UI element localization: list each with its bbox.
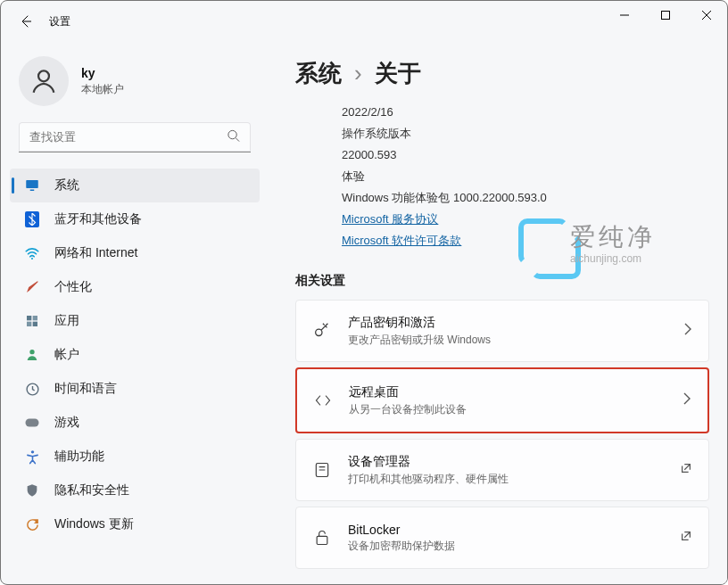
device-icon xyxy=(312,460,332,480)
card-title: BitLocker xyxy=(348,523,664,537)
app-title: 设置 xyxy=(49,14,70,29)
breadcrumb-root[interactable]: 系统 xyxy=(295,58,342,89)
sidebar-item-label: 时间和语言 xyxy=(54,381,117,397)
chevron-right-icon: › xyxy=(354,60,362,87)
sidebar-item-label: 蓝牙和其他设备 xyxy=(54,211,142,227)
svg-point-10 xyxy=(29,350,34,354)
svg-point-5 xyxy=(31,258,33,260)
user-block[interactable]: ky 本地帐户 xyxy=(1,51,269,122)
monitor-icon xyxy=(24,177,40,194)
svg-rect-12 xyxy=(26,419,39,427)
card-title: 远程桌面 xyxy=(349,384,666,400)
main-content: 爱纯净 aichunjing.com 系统 › 关于 2022/2/16 操作系… xyxy=(269,42,727,584)
apps-icon xyxy=(24,313,40,329)
card-subtitle: 从另一台设备控制此设备 xyxy=(349,402,666,417)
card-subtitle: 打印机和其他驱动程序、硬件属性 xyxy=(348,472,664,487)
svg-point-14 xyxy=(316,329,322,335)
sidebar-item-label: 隐私和安全性 xyxy=(54,482,129,498)
search-icon xyxy=(227,129,240,146)
search-input[interactable] xyxy=(19,122,251,152)
svg-rect-6 xyxy=(27,316,31,320)
sidebar-item-label: 游戏 xyxy=(54,415,79,431)
sidebar-item-privacy[interactable]: 隐私和安全性 xyxy=(10,474,260,507)
chevron-right-icon xyxy=(682,392,691,408)
update-icon xyxy=(24,516,40,532)
sidebar-item-accounts[interactable]: 帐户 xyxy=(10,338,260,372)
titlebar: 设置 xyxy=(1,1,727,42)
sidebar-item-label: 个性化 xyxy=(54,279,92,295)
sidebar-item-network[interactable]: 网络和 Internet xyxy=(10,236,260,270)
svg-point-13 xyxy=(30,450,33,453)
sidebar-item-bluetooth[interactable]: 蓝牙和其他设备 xyxy=(10,202,260,236)
sidebar-item-gaming[interactable]: 游戏 xyxy=(10,406,260,440)
card-subtitle: 更改产品密钥或升级 Windows xyxy=(348,333,667,348)
card-key[interactable]: 产品密钥和激活更改产品密钥或升级 Windows xyxy=(295,300,709,362)
install-date: 2022/2/16 xyxy=(342,102,709,123)
sidebar-item-apps[interactable]: 应用 xyxy=(10,304,260,338)
sidebar: ky 本地帐户 系统蓝牙和其他设备网络和 Internet个性化应用帐户时间和语… xyxy=(1,42,269,584)
gamepad-icon xyxy=(24,415,40,431)
sidebar-item-label: 网络和 Internet xyxy=(54,245,137,261)
sidebar-item-update[interactable]: Windows 更新 xyxy=(10,507,260,541)
experience-label: 体验 xyxy=(342,166,709,187)
user-name: ky xyxy=(81,66,124,80)
close-button[interactable] xyxy=(686,1,727,29)
link-license-terms[interactable]: Microsoft 软件许可条款 xyxy=(342,234,461,247)
sidebar-item-personalization[interactable]: 个性化 xyxy=(10,270,260,304)
sidebar-item-system[interactable]: 系统 xyxy=(10,169,260,202)
experience-value: Windows 功能体验包 1000.22000.593.0 xyxy=(342,187,709,209)
card-title: 设备管理器 xyxy=(348,454,664,470)
external-link-icon xyxy=(680,530,692,546)
maximize-button[interactable] xyxy=(645,1,686,29)
card-lock[interactable]: BitLocker设备加密帮助保护数据 xyxy=(295,507,709,569)
os-version-label: 操作系统版本 xyxy=(342,123,709,144)
sidebar-item-label: Windows 更新 xyxy=(54,516,134,532)
related-settings-title: 相关设置 xyxy=(295,273,709,289)
brush-icon xyxy=(24,279,40,295)
sidebar-item-label: 辅助功能 xyxy=(54,449,104,465)
about-info: 2022/2/16 操作系统版本 22000.593 体验 Windows 功能… xyxy=(295,102,709,251)
wifi-icon xyxy=(24,245,40,261)
shield-icon xyxy=(24,482,40,498)
svg-rect-3 xyxy=(26,180,38,188)
accessibility-icon xyxy=(24,449,40,465)
remote-icon xyxy=(313,391,333,410)
link-service-agreement[interactable]: Microsoft 服务协议 xyxy=(342,212,438,226)
person-icon xyxy=(24,347,40,363)
svg-rect-9 xyxy=(33,322,37,326)
card-subtitle: 设备加密帮助保护数据 xyxy=(348,539,664,554)
user-sub: 本地帐户 xyxy=(81,82,124,97)
svg-point-2 xyxy=(228,130,236,138)
os-version: 22000.593 xyxy=(342,144,709,166)
sidebar-item-label: 帐户 xyxy=(54,347,79,363)
minimize-button[interactable] xyxy=(604,1,645,29)
lock-icon xyxy=(312,528,332,548)
sidebar-item-time[interactable]: 时间和语言 xyxy=(10,372,260,406)
clock-icon xyxy=(24,381,40,397)
card-device[interactable]: 设备管理器打印机和其他驱动程序、硬件属性 xyxy=(295,439,709,501)
card-title: 产品密钥和激活 xyxy=(348,315,667,331)
svg-rect-0 xyxy=(662,12,670,20)
sidebar-item-label: 系统 xyxy=(54,177,79,194)
key-icon xyxy=(312,321,332,341)
sidebar-item-label: 应用 xyxy=(54,313,79,329)
breadcrumb-leaf: 关于 xyxy=(375,58,421,89)
svg-rect-7 xyxy=(33,316,37,320)
svg-rect-16 xyxy=(317,536,327,544)
breadcrumb: 系统 › 关于 xyxy=(295,58,709,89)
back-button[interactable] xyxy=(17,12,35,30)
avatar xyxy=(19,56,69,106)
svg-rect-8 xyxy=(27,322,31,326)
svg-rect-4 xyxy=(30,190,35,192)
external-link-icon xyxy=(680,462,692,478)
chevron-right-icon xyxy=(683,323,692,339)
svg-point-1 xyxy=(38,70,49,81)
bluetooth-icon xyxy=(24,211,40,227)
card-remote[interactable]: 远程桌面从另一台设备控制此设备 xyxy=(295,367,709,433)
sidebar-item-accessibility[interactable]: 辅助功能 xyxy=(10,440,260,474)
